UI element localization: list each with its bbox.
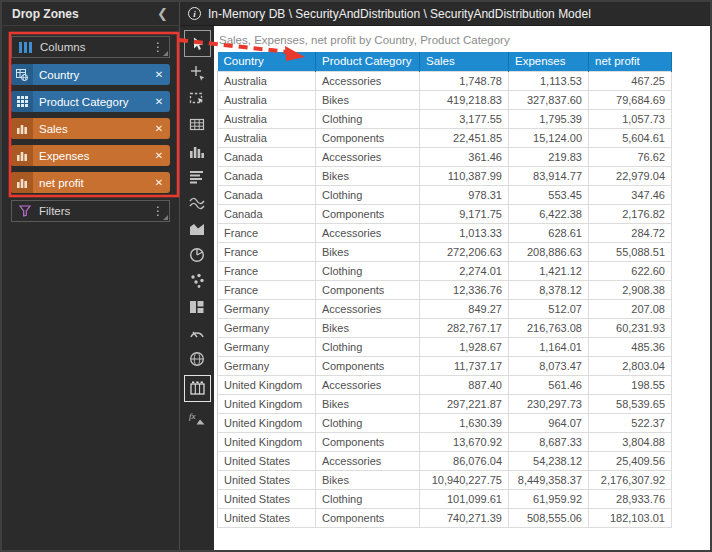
columns-zone-header[interactable]: Columns ⋮ [11, 36, 170, 58]
cell-country: Australia [218, 128, 316, 147]
table-row[interactable]: AustraliaAccessories1,748.781,113.53467.… [218, 71, 672, 90]
selection-tool-icon[interactable] [185, 89, 209, 109]
field-pill-sales[interactable]: Sales ✕ [11, 118, 170, 139]
field-pill-expenses[interactable]: Expenses ✕ [11, 145, 170, 166]
table-row[interactable]: GermanyAccessories849.27512.07207.08 [218, 299, 672, 318]
table-row[interactable]: FranceBikes272,206.63208,886.6355,088.51 [218, 242, 672, 261]
cell-country: United Kingdom [218, 413, 316, 432]
grid-preview: Sales, Expenses, net profit by Country, … [214, 26, 710, 550]
table-row[interactable]: CanadaComponents9,171.756,422.382,176.82 [218, 204, 672, 223]
cell-value: 740,271.39 [420, 508, 509, 527]
cell-product-category: Bikes [316, 242, 420, 261]
table-row[interactable]: CanadaAccessories361.46219.8376.62 [218, 147, 672, 166]
resize-grip-icon[interactable] [163, 51, 168, 56]
table-row[interactable]: United StatesAccessories86,076.0454,238.… [218, 451, 672, 470]
cell-country: France [218, 280, 316, 299]
cell-product-category: Clothing [316, 261, 420, 280]
cell-value: 2,803.04 [589, 356, 672, 375]
cell-country: United States [218, 489, 316, 508]
table-row[interactable]: GermanyComponents11,737.178,073.472,803.… [218, 356, 672, 375]
table-row[interactable]: United StatesComponents740,271.39508,555… [218, 508, 672, 527]
bar-chart-item-icon[interactable] [185, 141, 209, 161]
remove-field-icon[interactable]: ✕ [148, 172, 170, 193]
line-chart-item-icon[interactable] [185, 193, 209, 213]
cell-value: 5,604.61 [589, 128, 672, 147]
cell-value: 10,940,227.75 [420, 470, 509, 489]
table-row[interactable]: FranceClothing2,274.011,421.12622.60 [218, 261, 672, 280]
remove-field-icon[interactable]: ✕ [148, 118, 170, 139]
svg-text:fx: fx [189, 411, 196, 421]
remove-field-icon[interactable]: ✕ [148, 145, 170, 166]
table-header-row: Country Product Category Sales Expenses … [218, 52, 672, 71]
pie-chart-item-icon[interactable] [185, 245, 209, 265]
column-header-net-profit[interactable]: net profit [589, 52, 672, 71]
cell-product-category: Clothing [316, 109, 420, 128]
table-item-icon[interactable] [185, 115, 209, 135]
table-row[interactable]: United KingdomBikes297,221.87230,297.735… [218, 394, 672, 413]
cell-country: Canada [218, 147, 316, 166]
column-header-country[interactable]: Country [218, 52, 316, 71]
table-row[interactable]: United StatesBikes10,940,227.758,449,358… [218, 470, 672, 489]
designer-header: i In-Memory DB \ SecurityAndDistribution… [180, 2, 710, 26]
column-header-expenses[interactable]: Expenses [509, 52, 589, 71]
funnel-chart-item-icon[interactable] [185, 167, 209, 187]
cell-country: Australia [218, 90, 316, 109]
cell-value: 8,073.47 [509, 356, 589, 375]
table-row[interactable]: GermanyBikes282,767.17216,763.0860,231.9… [218, 318, 672, 337]
resize-grip-icon[interactable] [163, 215, 168, 220]
remove-field-icon[interactable]: ✕ [148, 91, 170, 112]
card-item-icon[interactable] [185, 297, 209, 317]
cell-value: 216,763.08 [509, 318, 589, 337]
gauge-item-icon[interactable] [185, 323, 209, 343]
cell-value: 512.07 [509, 299, 589, 318]
scatter-chart-item-icon[interactable] [185, 271, 209, 291]
cell-value: 13,670.92 [420, 432, 509, 451]
filters-zone-header[interactable]: Filters ⋮ [11, 200, 170, 222]
table-row[interactable]: AustraliaBikes419,218.83327,837.6079,684… [218, 90, 672, 109]
measure-icon [11, 172, 33, 193]
cell-value: 561.46 [509, 375, 589, 394]
formula-item-icon[interactable]: fx [185, 408, 209, 428]
area-chart-item-icon[interactable] [185, 219, 209, 239]
table-row[interactable]: United KingdomAccessories887.40561.46198… [218, 375, 672, 394]
data-source-breadcrumb: In-Memory DB \ SecurityAndDistribution \… [208, 7, 591, 21]
cell-value: 419,218.83 [420, 90, 509, 109]
table-row[interactable]: FranceComponents12,336.768,378.122,908.3… [218, 280, 672, 299]
map-item-icon[interactable] [185, 349, 209, 369]
cell-value: 2,274.01 [420, 261, 509, 280]
collapse-panel-icon[interactable]: ❮ [154, 6, 171, 21]
remove-field-icon[interactable]: ✕ [148, 64, 170, 85]
cell-product-category: Clothing [316, 185, 420, 204]
cell-value: 110,387.99 [420, 166, 509, 185]
data-grid: Country Product Category Sales Expenses … [217, 52, 672, 528]
cell-value: 1,164.01 [509, 337, 589, 356]
table-row[interactable]: FranceAccessories1,013.33628.61284.72 [218, 223, 672, 242]
table-row[interactable]: GermanyClothing1,928.671,164.01485.36 [218, 337, 672, 356]
table-row[interactable]: United KingdomComponents13,670.928,687.3… [218, 432, 672, 451]
cell-value: 12,336.76 [420, 280, 509, 299]
field-pill-country[interactable]: Country ✕ [11, 64, 170, 85]
filters-zone-label: Filters [39, 205, 151, 217]
cell-product-category: Accessories [316, 451, 420, 470]
table-body: AustraliaAccessories1,748.781,113.53467.… [218, 71, 672, 527]
table-row[interactable]: United KingdomClothing1,630.39964.07522.… [218, 413, 672, 432]
table-row[interactable]: CanadaClothing978.31553.45347.46 [218, 185, 672, 204]
pointer-tool-icon[interactable] [184, 30, 211, 57]
table-row[interactable]: AustraliaClothing3,177.551,795.391,057.7… [218, 109, 672, 128]
table-row[interactable]: CanadaBikes110,387.9983,914.7722,979.04 [218, 166, 672, 185]
cell-product-category: Clothing [316, 337, 420, 356]
dashboard-designer-window: Drop Zones ❮ Columns ⋮ Country ✕ [0, 0, 712, 552]
cell-value: 2,908.38 [589, 280, 672, 299]
column-header-sales[interactable]: Sales [420, 52, 509, 71]
cell-value: 3,177.55 [420, 109, 509, 128]
crosshair-tool-icon[interactable] [185, 63, 209, 83]
field-pill-product-category[interactable]: Product Category ✕ [11, 91, 170, 112]
field-pill-net-profit[interactable]: net profit ✕ [11, 172, 170, 193]
cell-value: 22,451.85 [420, 128, 509, 147]
column-header-product-category[interactable]: Product Category [316, 52, 420, 71]
cell-value: 1,113.53 [509, 71, 589, 90]
cell-value: 327,837.60 [509, 90, 589, 109]
table-row[interactable]: AustraliaComponents22,451.8515,124.005,6… [218, 128, 672, 147]
grid-item-icon[interactable] [184, 375, 211, 402]
table-row[interactable]: United StatesClothing101,099.6161,959.92… [218, 489, 672, 508]
